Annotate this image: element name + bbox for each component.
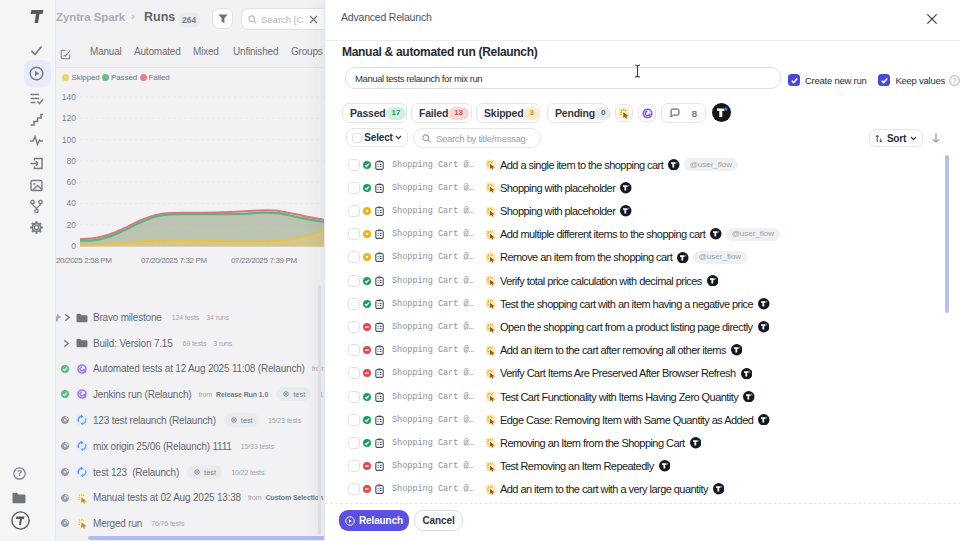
svg-text:?: ? bbox=[953, 76, 957, 83]
